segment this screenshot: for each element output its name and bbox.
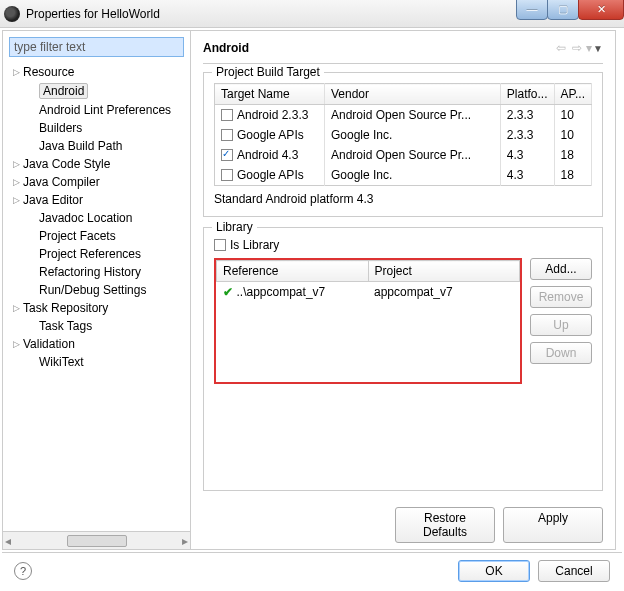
table-row[interactable]: Google APIsGoogle Inc.2.3.310 — [215, 125, 592, 145]
tree-item-label: Resource — [23, 65, 74, 79]
tree-item[interactable]: Java Editor — [7, 191, 190, 209]
tree-item-label: Project Facets — [39, 229, 116, 243]
tree-item-label: Android Lint Preferences — [39, 103, 171, 117]
help-icon[interactable]: ? — [14, 562, 32, 580]
tree-item[interactable]: Builders — [7, 119, 190, 137]
tree-item-label: Android — [39, 83, 88, 99]
tree-item[interactable]: Refactoring History — [7, 263, 190, 281]
close-button[interactable]: ✕ — [578, 0, 624, 20]
tree-item[interactable]: Validation — [7, 335, 190, 353]
tree-item-label: Java Compiler — [23, 175, 100, 189]
tree-item-label: Builders — [39, 121, 82, 135]
add-button[interactable]: Add... — [530, 258, 592, 280]
h-scrollbar[interactable]: ◂ ▸ — [3, 531, 190, 549]
library-table[interactable]: Reference Project ✔..\appcompat_v7appcom… — [214, 258, 522, 384]
target-table: Target Name Vendor Platfo... AP... Andro… — [214, 83, 592, 186]
tree-item[interactable]: Resource — [7, 63, 190, 81]
footer: ? OK Cancel — [2, 552, 622, 588]
tree-item[interactable]: Java Build Path — [7, 137, 190, 155]
target-checkbox[interactable] — [221, 169, 233, 181]
tree-item-label: WikiText — [39, 355, 84, 369]
tree-item[interactable]: Project Facets — [7, 227, 190, 245]
tree-item-label: Project References — [39, 247, 141, 261]
ok-button[interactable]: OK — [458, 560, 530, 582]
settings-pane: Android ⇦ ⇨ ▾ ▼ Project Build Target Tar… — [191, 31, 615, 549]
col-target-name[interactable]: Target Name — [215, 84, 325, 105]
checkmark-icon: ✔ — [223, 285, 233, 299]
back-icon[interactable]: ⇦ — [556, 41, 566, 55]
restore-defaults-button[interactable]: Restore Defaults — [395, 507, 495, 543]
table-row[interactable]: Google APIsGoogle Inc.4.318 — [215, 165, 592, 186]
library-group: Library Is Library Reference Project ✔..… — [203, 227, 603, 491]
table-row[interactable]: ✔..\appcompat_v7appcompat_v7 — [217, 282, 520, 303]
col-vendor[interactable]: Vendor — [325, 84, 501, 105]
build-target-group: Project Build Target Target Name Vendor … — [203, 72, 603, 217]
tree-item[interactable]: Javadoc Location — [7, 209, 190, 227]
tree-item[interactable]: Android Lint Preferences — [7, 101, 190, 119]
target-checkbox[interactable] — [221, 129, 233, 141]
scrollbar-thumb[interactable] — [67, 535, 127, 547]
tree-item-label: Javadoc Location — [39, 211, 132, 225]
tree-item-label: Java Editor — [23, 193, 83, 207]
col-api[interactable]: AP... — [554, 84, 591, 105]
tree-item[interactable]: Run/Debug Settings — [7, 281, 190, 299]
nav-tree[interactable]: ResourceAndroidAndroid Lint PreferencesB… — [3, 63, 190, 531]
titlebar: Properties for HelloWorld — ▢ ✕ — [0, 0, 624, 28]
tree-item-label: Task Repository — [23, 301, 108, 315]
tree-item-label: Java Code Style — [23, 157, 110, 171]
forward-icon[interactable]: ⇨ — [572, 41, 582, 55]
col-platform[interactable]: Platfo... — [500, 84, 554, 105]
remove-button[interactable]: Remove — [530, 286, 592, 308]
nav-tree-pane: ResourceAndroidAndroid Lint PreferencesB… — [3, 31, 191, 549]
col-reference[interactable]: Reference — [217, 261, 369, 282]
table-row[interactable]: Android 4.3Android Open Source Pr...4.31… — [215, 145, 592, 165]
tree-item-label: Validation — [23, 337, 75, 351]
minimize-button[interactable]: — — [516, 0, 548, 20]
tree-item[interactable]: Task Tags — [7, 317, 190, 335]
target-checkbox[interactable] — [221, 109, 233, 121]
window-title: Properties for HelloWorld — [26, 7, 160, 21]
app-icon — [4, 6, 20, 22]
tree-item[interactable]: Java Code Style — [7, 155, 190, 173]
apply-button[interactable]: Apply — [503, 507, 603, 543]
library-title: Library — [212, 220, 257, 234]
down-button[interactable]: Down — [530, 342, 592, 364]
tree-item[interactable]: Android — [7, 81, 190, 101]
tree-item-label: Java Build Path — [39, 139, 122, 153]
tree-item[interactable]: WikiText — [7, 353, 190, 371]
cancel-button[interactable]: Cancel — [538, 560, 610, 582]
tree-item[interactable]: Project References — [7, 245, 190, 263]
view-menu-icon[interactable]: ▼ — [593, 43, 603, 54]
maximize-button[interactable]: ▢ — [547, 0, 579, 20]
is-library-label: Is Library — [230, 238, 279, 252]
table-row[interactable]: Android 2.3.3Android Open Source Pr...2.… — [215, 105, 592, 126]
tree-item[interactable]: Java Compiler — [7, 173, 190, 191]
is-library-checkbox[interactable] — [214, 239, 226, 251]
filter-input[interactable] — [9, 37, 184, 57]
col-project[interactable]: Project — [368, 261, 520, 282]
tree-item-label: Run/Debug Settings — [39, 283, 146, 297]
up-button[interactable]: Up — [530, 314, 592, 336]
page-title: Android — [203, 41, 553, 55]
tree-item-label: Refactoring History — [39, 265, 141, 279]
target-checkbox[interactable] — [221, 149, 233, 161]
standard-platform-text: Standard Android platform 4.3 — [214, 192, 592, 206]
tree-item-label: Task Tags — [39, 319, 92, 333]
build-target-title: Project Build Target — [212, 65, 324, 79]
tree-item[interactable]: Task Repository — [7, 299, 190, 317]
